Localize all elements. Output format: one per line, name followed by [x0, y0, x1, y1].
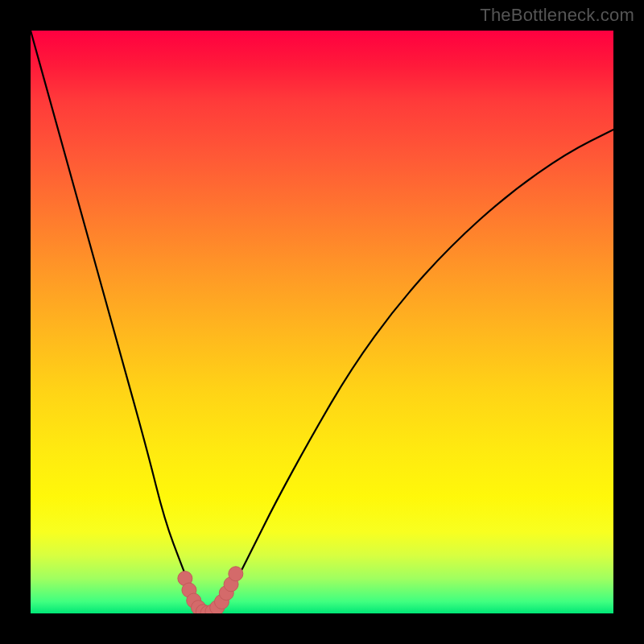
chart-frame: TheBottleneck.com: [0, 0, 644, 644]
bottleneck-curve: [31, 31, 613, 613]
valley-marker-group: [178, 567, 243, 613]
plot-area: [31, 31, 613, 613]
curve-layer: [31, 31, 613, 613]
valley-marker: [229, 567, 243, 581]
watermark-text: TheBottleneck.com: [480, 5, 634, 26]
